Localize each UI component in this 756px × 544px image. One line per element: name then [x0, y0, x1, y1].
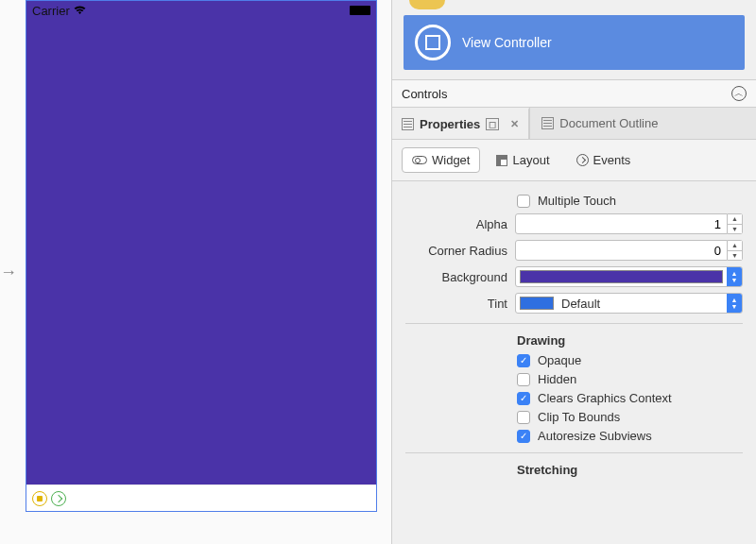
multiple-touch-checkbox[interactable] [517, 195, 530, 208]
stretching-section-title: Stretching [517, 463, 743, 477]
clip-to-bounds-checkbox[interactable] [517, 411, 530, 424]
opaque-label: Opaque [538, 353, 581, 367]
clip-to-bounds-label: Clip To Bounds [538, 410, 620, 424]
autoresize-label: Autoresize Subviews [538, 429, 652, 443]
chevron-up-icon[interactable]: ︿ [731, 86, 747, 101]
root-view[interactable] [26, 20, 376, 484]
background-label: Background [405, 270, 507, 284]
tab-document-outline[interactable]: Document Outline [529, 108, 756, 139]
events-icon [576, 154, 589, 166]
dropdown-icon[interactable]: ▲▼ [727, 267, 742, 286]
tint-color-picker[interactable]: Default ▲▼ [515, 293, 743, 314]
hierarchy-item-label: View Controller [462, 35, 552, 50]
tint-swatch [520, 297, 554, 310]
hierarchy-item-view-controller[interactable]: View Controller [404, 15, 745, 70]
subtab-layout[interactable]: Layout [486, 147, 559, 173]
close-icon[interactable]: ✕ [510, 118, 519, 130]
corner-radius-label: Corner Radius [405, 244, 507, 258]
background-swatch [520, 270, 723, 283]
subtab-events[interactable]: Events [566, 147, 642, 173]
properties-icon [402, 118, 414, 130]
dropdown-icon[interactable]: ▲▼ [727, 294, 742, 313]
toolbox-section-label: Controls [402, 87, 447, 101]
background-color-picker[interactable]: ▲▼ [515, 266, 743, 287]
hidden-checkbox[interactable] [517, 373, 530, 386]
subtab-widget[interactable]: Widget [402, 147, 480, 173]
carrier-label: Carrier [32, 4, 70, 18]
run-preview-icon[interactable] [51, 491, 66, 506]
corner-radius-stepper[interactable]: ▲▼ [728, 240, 743, 261]
device-frame[interactable]: Carrier [26, 0, 377, 512]
design-canvas[interactable]: Carrier [17, 0, 391, 512]
canvas-footer-bar [26, 484, 376, 511]
clears-graphics-label: Clears Graphics Context [538, 391, 672, 405]
hierarchy-parent-icon [409, 0, 445, 9]
corner-radius-input[interactable] [515, 240, 728, 261]
wifi-icon [74, 4, 86, 18]
toolbox-section-header[interactable]: Controls ︿ [392, 79, 756, 108]
popout-icon[interactable]: ◻ [486, 118, 499, 130]
expand-right-arrow[interactable]: → [0, 0, 17, 544]
document-outline-icon [541, 117, 554, 129]
subtab-events-label: Events [593, 153, 631, 167]
status-bar: Carrier [26, 1, 376, 20]
battery-icon [350, 6, 370, 15]
view-controller-icon [415, 25, 451, 60]
tab-properties[interactable]: Properties ◻ ✕ [392, 108, 529, 139]
separator [405, 323, 743, 324]
hidden-label: Hidden [538, 372, 576, 386]
constraints-mode-icon[interactable] [32, 491, 47, 506]
opaque-checkbox[interactable]: ✓ [517, 354, 530, 367]
drawing-section-title: Drawing [517, 333, 743, 348]
widget-icon [412, 156, 427, 164]
multiple-touch-label: Multiple Touch [538, 194, 616, 208]
tab-document-outline-label: Document Outline [559, 116, 658, 130]
clears-graphics-checkbox[interactable]: ✓ [517, 392, 530, 405]
subtab-widget-label: Widget [432, 153, 470, 167]
subtab-layout-label: Layout [512, 153, 549, 167]
alpha-input[interactable] [515, 213, 728, 234]
alpha-label: Alpha [405, 217, 507, 231]
layout-icon [496, 155, 507, 166]
tint-text: Default [558, 297, 727, 311]
alpha-stepper[interactable]: ▲▼ [728, 213, 743, 234]
tint-label: Tint [405, 297, 507, 311]
tab-properties-label: Properties [420, 117, 480, 131]
separator [405, 452, 743, 453]
autoresize-checkbox[interactable]: ✓ [517, 430, 530, 443]
